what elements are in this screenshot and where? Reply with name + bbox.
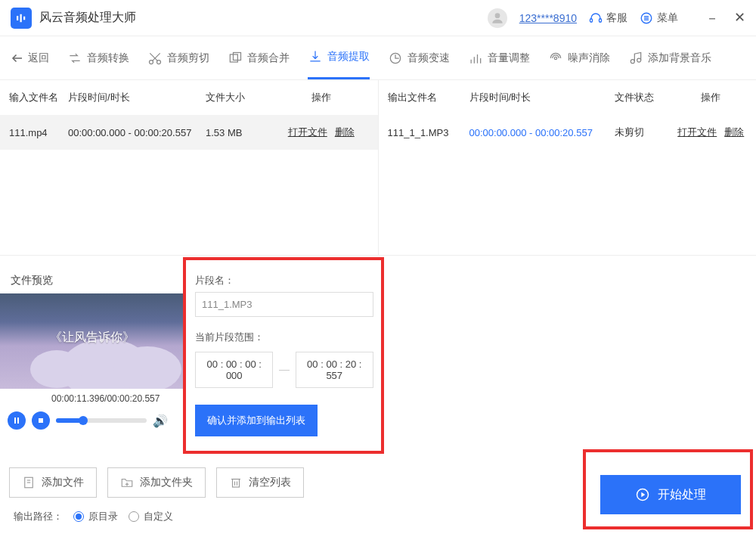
output-file-name: 111_1_1.MP3 — [388, 127, 463, 138]
radio-original[interactable]: 原目录 — [73, 510, 118, 523]
svg-rect-25 — [14, 417, 16, 424]
back-button[interactable]: 返回 — [11, 51, 49, 65]
clip-range-label: 当前片段范围： — [195, 331, 373, 344]
input-file-time: 00:00:00.000 - 00:00:20.557 — [62, 127, 206, 138]
avatar-icon[interactable] — [488, 8, 507, 28]
radio-original-icon — [73, 511, 84, 522]
col-output-op: 操作 — [675, 91, 748, 104]
svg-rect-1 — [20, 14, 22, 22]
tab-extract[interactable]: 音频提取 — [308, 36, 370, 79]
tab-bgm[interactable]: 添加背景音乐 — [628, 36, 711, 79]
input-delete-button[interactable]: 删除 — [335, 126, 355, 139]
user-area: 123****8910 客服 菜单 － ✕ — [488, 8, 745, 28]
svg-point-3 — [494, 13, 500, 18]
radio-custom[interactable]: 自定义 — [129, 510, 173, 523]
back-label: 返回 — [28, 51, 49, 65]
clear-list-button[interactable]: 清空列表 — [216, 467, 304, 498]
radio-custom-icon — [129, 511, 139, 522]
customer-service-button[interactable]: 客服 — [589, 11, 627, 25]
svg-marker-38 — [641, 492, 645, 498]
col-input-size: 文件大小 — [206, 91, 274, 104]
stop-button[interactable] — [32, 411, 50, 430]
output-path-label: 输出路径： — [14, 510, 63, 523]
clip-name-input[interactable]: 111_1.MP3 — [195, 292, 373, 317]
range-dash — [279, 370, 289, 371]
input-table: 输入文件名 片段时间/时长 文件大小 操作 111.mp4 00:00:00.0… — [0, 80, 379, 255]
svg-point-22 — [554, 57, 556, 59]
output-file-time: 00:00:00.000 - 00:00:20.557 — [463, 127, 615, 138]
output-table: 输出文件名 片段时间/时长 文件状态 操作 111_1_1.MP3 00:00:… — [379, 80, 757, 255]
bottom-bar: 添加文件 添加文件夹 清空列表 — [9, 467, 304, 498]
tab-speed[interactable]: 音频变速 — [388, 36, 450, 79]
app-logo — [11, 8, 32, 29]
tab-denoise[interactable]: 噪声消除 — [548, 36, 610, 79]
svg-point-23 — [631, 59, 634, 63]
output-delete-button[interactable]: 删除 — [724, 126, 744, 139]
add-file-button[interactable]: 添加文件 — [9, 467, 97, 498]
clip-editor: 片段名： 111_1.MP3 当前片段范围： 00 : 00 : 00 : 00… — [186, 259, 383, 454]
col-input-time: 片段时间/时长 — [62, 91, 206, 104]
svg-rect-16 — [234, 52, 241, 60]
svg-rect-15 — [230, 54, 237, 62]
col-output-time: 片段时间/时长 — [463, 91, 615, 104]
lower-area: 文件预览 《让风告诉你》 00:00:11.396/00:00:20.557 🔊… — [0, 257, 756, 537]
svg-rect-2 — [23, 16, 25, 20]
customer-service-label: 客服 — [606, 11, 627, 25]
input-file-size: 1.53 MB — [206, 127, 274, 138]
progress-slider[interactable] — [56, 418, 147, 423]
tab-cut[interactable]: 音频剪切 — [147, 36, 209, 79]
input-table-head: 输入文件名 片段时间/时长 文件大小 操作 — [0, 80, 378, 115]
input-row[interactable]: 111.mp4 00:00:00.000 - 00:00:20.557 1.53… — [0, 115, 378, 150]
minimize-button[interactable]: － — [705, 9, 719, 27]
player-time: 00:00:11.396/00:00:20.557 — [51, 393, 160, 404]
output-row[interactable]: 111_1_1.MP3 00:00:00.000 - 00:00:20.557 … — [379, 115, 757, 150]
clip-range-end[interactable]: 00 : 00 : 20 : 557 — [296, 352, 373, 388]
title-bar: 风云音频处理大师 123****8910 客服 菜单 － ✕ — [0, 0, 756, 36]
app-title: 风云音频处理大师 — [39, 10, 136, 26]
user-id[interactable]: 123****8910 — [519, 12, 577, 24]
clip-range-start[interactable]: 00 : 00 : 00 : 000 — [195, 352, 273, 388]
add-folder-button[interactable]: 添加文件夹 — [107, 467, 206, 498]
player-controls: 🔊 — [8, 411, 168, 430]
svg-rect-26 — [17, 417, 19, 424]
tab-merge[interactable]: 音频合并 — [228, 36, 290, 79]
video-title: 《让风告诉你》 — [0, 330, 184, 346]
col-output-name: 输出文件名 — [388, 91, 463, 104]
input-open-button[interactable]: 打开文件 — [288, 126, 327, 139]
volume-icon[interactable]: 🔊 — [153, 414, 168, 428]
col-input-op: 操作 — [274, 91, 369, 104]
confirm-add-button[interactable]: 确认并添加到输出列表 — [195, 405, 318, 436]
main-tabs: 返回 音频转换 音频剪切 音频合并 音频提取 音频变速 音量调整 噪声消除 添加… — [0, 36, 756, 80]
svg-rect-0 — [17, 16, 18, 20]
preview-label: 文件预览 — [11, 274, 53, 287]
menu-label: 菜单 — [657, 11, 678, 25]
col-output-status: 文件状态 — [615, 91, 675, 104]
clip-name-label: 片段名： — [195, 275, 234, 286]
tab-volume[interactable]: 音量调整 — [468, 36, 530, 79]
menu-button[interactable]: 菜单 — [640, 11, 678, 25]
output-open-button[interactable]: 打开文件 — [677, 126, 717, 139]
pause-button[interactable] — [8, 411, 26, 430]
output-file-status: 未剪切 — [615, 126, 675, 139]
table-area: 输入文件名 片段时间/时长 文件大小 操作 111.mp4 00:00:00.0… — [0, 80, 756, 256]
svg-rect-5 — [600, 18, 602, 22]
close-button[interactable]: ✕ — [734, 9, 745, 27]
svg-rect-33 — [233, 480, 240, 488]
svg-point-24 — [637, 58, 641, 62]
svg-rect-27 — [39, 418, 43, 423]
svg-rect-4 — [590, 18, 593, 22]
video-preview[interactable]: 《让风告诉你》 — [0, 293, 184, 389]
input-file-name: 111.mp4 — [9, 127, 62, 138]
tab-convert[interactable]: 音频转换 — [67, 36, 129, 79]
output-path-row: 输出路径： 原目录 自定义 — [14, 510, 173, 523]
start-process-button[interactable]: 开始处理 — [600, 475, 741, 514]
col-input-name: 输入文件名 — [9, 91, 62, 104]
output-table-head: 输出文件名 片段时间/时长 文件状态 操作 — [379, 80, 757, 115]
